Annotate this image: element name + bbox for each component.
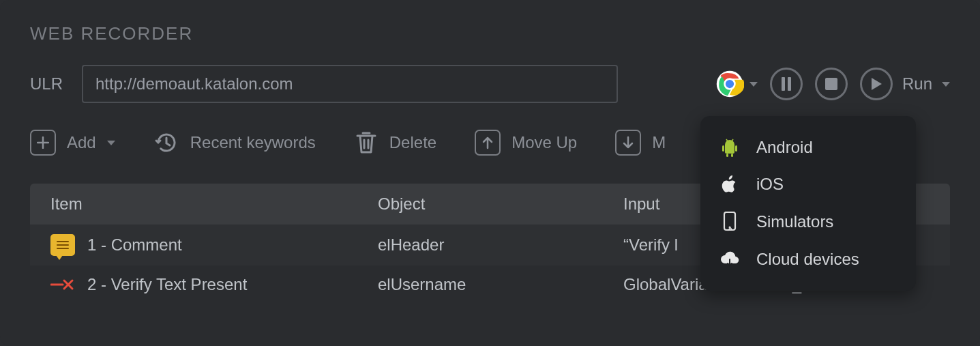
android-icon xyxy=(719,138,740,157)
run-button[interactable]: Run xyxy=(860,68,950,100)
svg-rect-7 xyxy=(722,145,724,152)
dropdown-item-simulators[interactable]: Simulators xyxy=(700,203,916,240)
stop-icon xyxy=(825,78,837,90)
dropdown-item-cloud[interactable]: Cloud devices xyxy=(700,242,916,277)
svg-line-11 xyxy=(726,139,728,141)
run-label: Run xyxy=(902,74,932,93)
plus-icon xyxy=(30,130,56,156)
pause-button[interactable] xyxy=(770,68,803,100)
move-down-label: M xyxy=(652,133,666,152)
svg-rect-4 xyxy=(788,77,791,91)
col-item: Item xyxy=(50,194,378,214)
history-icon xyxy=(153,130,179,156)
move-down-button[interactable]: M xyxy=(615,130,666,156)
device-dropdown: Android iOS Simulators xyxy=(700,116,916,291)
chevron-down-icon xyxy=(749,82,758,87)
dropdown-item-ios[interactable]: iOS xyxy=(700,167,916,202)
add-button[interactable]: Add xyxy=(30,130,115,156)
add-label: Add xyxy=(67,133,96,152)
recent-label: Recent keywords xyxy=(190,133,316,152)
arrow-down-icon xyxy=(615,130,641,156)
row-item-text: 2 - Verify Text Present xyxy=(87,275,247,294)
chevron-down-icon xyxy=(942,82,950,87)
recent-keywords-button[interactable]: Recent keywords xyxy=(153,130,316,156)
chevron-down-icon xyxy=(107,141,115,145)
pause-icon xyxy=(780,77,792,91)
url-label: ULR xyxy=(30,74,63,93)
phone-icon xyxy=(719,212,740,232)
svg-rect-5 xyxy=(825,78,837,90)
dropdown-label: Cloud devices xyxy=(756,250,859,269)
play-icon xyxy=(870,77,882,91)
arrow-up-icon xyxy=(475,130,501,156)
svg-rect-10 xyxy=(731,154,733,157)
chrome-icon xyxy=(715,70,744,98)
dropdown-label: Simulators xyxy=(756,212,833,231)
col-object: Object xyxy=(378,194,623,214)
comment-icon xyxy=(50,234,75,256)
dropdown-label: iOS xyxy=(756,175,784,194)
panel-title: WEB RECORDER xyxy=(30,23,950,44)
delete-label: Delete xyxy=(389,133,436,152)
dropdown-label: Android xyxy=(756,138,813,157)
browser-selector[interactable] xyxy=(715,70,758,98)
url-input[interactable] xyxy=(82,65,618,103)
move-up-button[interactable]: Move Up xyxy=(475,130,577,156)
delete-button[interactable]: Delete xyxy=(354,129,436,156)
row-object-text: elHeader xyxy=(378,235,623,255)
fail-icon xyxy=(50,276,75,293)
svg-line-12 xyxy=(732,139,733,141)
dropdown-item-android[interactable]: Android xyxy=(700,130,916,165)
cloud-icon xyxy=(719,251,740,268)
svg-rect-8 xyxy=(735,145,737,152)
stop-button[interactable] xyxy=(815,68,848,100)
move-up-label: Move Up xyxy=(511,133,577,152)
svg-rect-3 xyxy=(782,77,785,91)
svg-rect-9 xyxy=(726,154,728,157)
row-object-text: elUsername xyxy=(378,275,623,294)
trash-icon xyxy=(354,129,378,156)
apple-icon xyxy=(719,175,740,194)
row-item-text: 1 - Comment xyxy=(87,235,182,255)
